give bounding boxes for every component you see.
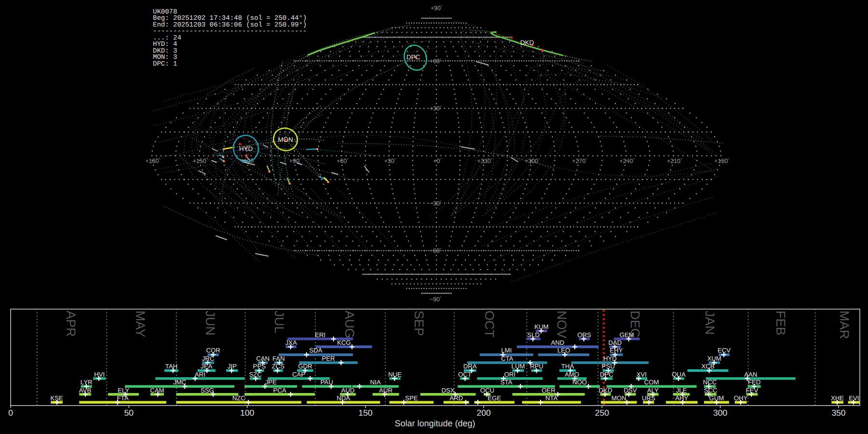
svg-text:−30°: −30° [430, 200, 442, 207]
svg-text:PCA: PCA [273, 387, 286, 394]
svg-text:SPE: SPE [405, 394, 418, 402]
svg-text:ECV: ECV [718, 347, 731, 354]
svg-text:NZC: NZC [232, 394, 246, 402]
svg-text:XVI: XVI [637, 371, 647, 378]
svg-text:FAN: FAN [272, 355, 285, 362]
svg-text:DPC: 1: DPC: 1 [153, 60, 177, 68]
svg-text:ORS: ORS [577, 331, 591, 339]
svg-text:OCT: OCT [458, 371, 472, 378]
svg-text:AUG: AUG [342, 311, 357, 338]
svg-text:FEV: FEV [746, 387, 759, 394]
svg-text:MAY: MAY [133, 311, 148, 338]
svg-text:−60°: −60° [430, 247, 442, 254]
svg-text:KUM: KUM [534, 323, 548, 330]
svg-text:+180°: +180° [714, 157, 730, 164]
svg-text:OHY: OHY [734, 394, 748, 402]
svg-text:SCC: SCC [704, 387, 718, 394]
svg-text:DAD: DAD [608, 339, 622, 346]
svg-text:ALY: ALY [647, 387, 659, 394]
svg-text:COM: COM [644, 379, 659, 386]
svg-text:+60°: +60° [337, 157, 349, 164]
svg-text:SZC: SZC [249, 371, 262, 378]
svg-text:+240°: +240° [620, 157, 635, 164]
svg-text:DSX: DSX [442, 387, 455, 394]
svg-text:OCT: OCT [482, 311, 497, 338]
svg-text:EGE: EGE [488, 394, 501, 402]
svg-text:−90°: −90° [430, 296, 442, 303]
svg-text:RPU: RPU [530, 363, 543, 370]
svg-text:AHY: AHY [675, 394, 688, 402]
svg-text:SSG: SSG [201, 387, 214, 394]
svg-text:DRA: DRA [463, 363, 477, 370]
svg-text:LYR: LYR [81, 379, 93, 386]
svg-text:SDA: SDA [309, 347, 322, 354]
svg-text:JAN: JAN [703, 311, 717, 335]
svg-text:FED: FED [748, 379, 760, 386]
svg-text:SEP: SEP [412, 311, 426, 336]
svg-text:HYD: HYD [239, 145, 253, 152]
svg-text:JEA: JEA [201, 363, 212, 370]
svg-text:HVI: HVI [94, 371, 105, 378]
svg-text:Solar longitude (deg): Solar longitude (deg) [394, 419, 475, 428]
svg-text:JUL: JUL [272, 311, 286, 333]
svg-text:ARI: ARI [195, 371, 205, 378]
svg-text:SLD: SLD [527, 331, 540, 339]
svg-text:NDA: NDA [337, 394, 350, 402]
svg-text:LUM: LUM [512, 363, 525, 370]
svg-text:DSV: DSV [624, 387, 637, 394]
svg-text:JXA: JXA [285, 339, 297, 346]
svg-text:50: 50 [124, 408, 134, 418]
svg-text:GEM: GEM [620, 331, 634, 339]
svg-text:QUA: QUA [672, 371, 686, 378]
svg-text:NIA: NIA [370, 379, 381, 386]
svg-text:AUD: AUD [341, 387, 354, 394]
svg-text:ARD: ARD [449, 394, 463, 402]
svg-text:+60°: +60° [430, 57, 442, 65]
svg-text:OCU: OCU [480, 387, 494, 394]
svg-text:HYD: HYD [603, 355, 617, 362]
svg-text:DPC: DPC [407, 54, 420, 61]
svg-text:+30°: +30° [384, 157, 396, 164]
svg-text:XUM: XUM [707, 355, 721, 362]
svg-text:150: 150 [358, 408, 372, 418]
svg-text:+150°: +150° [193, 157, 208, 164]
svg-text:CTA: CTA [501, 355, 514, 362]
svg-text:KCG: KCG [337, 339, 351, 346]
svg-text:NUE: NUE [388, 371, 402, 378]
svg-text:EVI: EVI [849, 394, 859, 402]
svg-text:+90°: +90° [431, 4, 443, 12]
svg-text:GDR: GDR [298, 363, 312, 370]
svg-text:200: 200 [476, 408, 490, 418]
svg-text:MON: MON [611, 394, 626, 402]
svg-text:ELY: ELY [118, 387, 129, 394]
svg-text:DPC: DPC [600, 371, 613, 378]
svg-text:NCC: NCC [703, 379, 717, 386]
svg-text:ERI: ERI [315, 331, 326, 339]
svg-text:JLE: JLE [676, 387, 687, 394]
svg-text:ORI: ORI [504, 371, 515, 378]
svg-text:NTA: NTA [545, 394, 558, 402]
svg-text:ZCS: ZCS [271, 363, 285, 370]
svg-text:300: 300 [713, 408, 727, 418]
svg-text:FEB: FEB [773, 311, 788, 336]
svg-text:CAM: CAM [150, 387, 164, 394]
svg-text:+30°: +30° [430, 105, 442, 112]
svg-text:APR: APR [64, 311, 78, 337]
svg-text:AUR: AUR [379, 387, 393, 394]
svg-text:XCB: XCB [701, 363, 714, 370]
svg-text:GUM: GUM [709, 394, 724, 402]
svg-text:STA: STA [501, 379, 513, 386]
svg-text:+330°: +330° [477, 157, 493, 164]
svg-text:EHY: EHY [610, 347, 623, 354]
svg-text:250: 250 [595, 408, 609, 418]
svg-text:LEO: LEO [557, 347, 570, 354]
svg-text:XHE: XHE [831, 394, 844, 402]
svg-text:PAU: PAU [321, 379, 333, 386]
svg-text:MON: MON [278, 136, 293, 143]
svg-text:DKD: DKD [520, 39, 534, 46]
svg-text:JRC: JRC [202, 355, 215, 362]
svg-text:DKD: DKD [599, 387, 612, 394]
svg-text:THA: THA [561, 363, 574, 370]
svg-text:OER: OER [542, 387, 556, 394]
svg-text:URS: URS [642, 394, 655, 402]
